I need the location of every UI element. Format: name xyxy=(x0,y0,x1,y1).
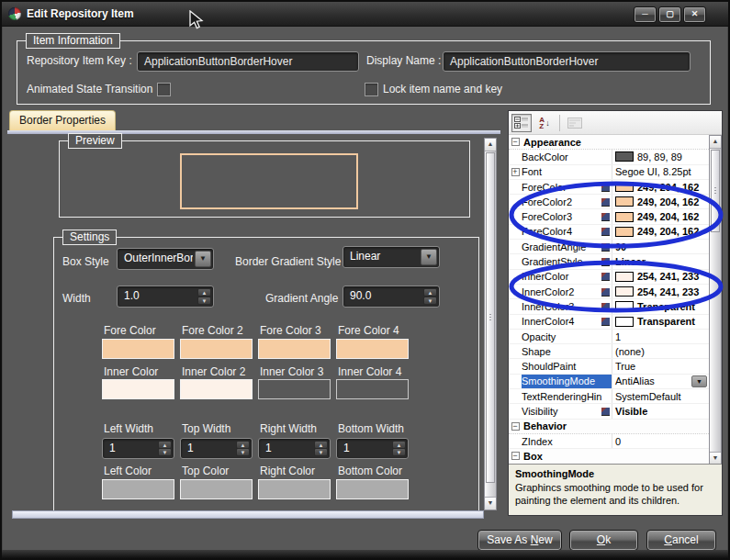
chevron-down-icon[interactable]: ▼ xyxy=(421,249,437,265)
grid-scrollbar-thumb[interactable] xyxy=(711,150,720,232)
save-as-new-button[interactable]: Save As New xyxy=(477,530,562,551)
property-value: 89, 89, 89 xyxy=(637,151,682,162)
side-width-stepper[interactable]: 1 ▲ ▼ xyxy=(102,438,174,459)
scroll-down-icon[interactable]: ▼ xyxy=(485,497,496,510)
spin-down-icon[interactable]: ▼ xyxy=(423,297,437,305)
item-information-group: Item Information Repository Item Key : A… xyxy=(17,40,711,105)
ok-button[interactable]: Ok xyxy=(569,530,638,551)
property-row[interactable]: Shape(none) xyxy=(509,344,709,359)
side-width-stepper[interactable]: 1 ▲ ▼ xyxy=(336,438,409,459)
side-width-stepper[interactable]: 1 ▲ ▼ xyxy=(258,438,331,459)
title-bar[interactable]: Edit Repository Item ─ ▢ ✕ xyxy=(2,2,728,27)
property-row[interactable]: InnerColor254, 241, 233 xyxy=(509,270,709,285)
panel-horizontal-scrollbar[interactable] xyxy=(12,510,484,519)
categorized-icon[interactable] xyxy=(511,114,532,132)
scroll-down-icon[interactable]: ▼ xyxy=(710,452,721,465)
spin-down-icon[interactable]: ▼ xyxy=(314,448,328,456)
property-row[interactable]: ForeColor249, 204, 162 xyxy=(509,180,709,195)
width-stepper[interactable]: 1.0 ▲ ▼ xyxy=(117,286,214,308)
property-row[interactable]: BackColor89, 89, 89 xyxy=(509,150,709,164)
panel-scrollbar-thumb[interactable] xyxy=(486,152,495,483)
property-row[interactable]: ZIndex0 xyxy=(509,434,709,449)
color-swatch[interactable] xyxy=(336,379,409,399)
color-swatch[interactable] xyxy=(258,379,331,399)
scroll-up-icon[interactable]: ▲ xyxy=(485,139,496,151)
border-gradient-style-dropdown[interactable]: Linear ▼ xyxy=(343,246,440,268)
property-value: (none) xyxy=(615,346,645,357)
panel-vertical-scrollbar[interactable]: ▲ ▼ xyxy=(484,138,497,510)
color-swatch[interactable] xyxy=(258,339,331,359)
property-name: ForeColor4 xyxy=(522,226,572,237)
chevron-down-icon[interactable]: ▼ xyxy=(195,251,211,267)
color-swatch[interactable] xyxy=(336,339,409,359)
cancel-button[interactable]: Cancel xyxy=(646,530,716,551)
property-state-icon xyxy=(601,288,610,296)
color-swatch[interactable] xyxy=(102,379,174,399)
collapse-icon[interactable]: − xyxy=(511,422,520,431)
property-row[interactable]: ForeColor2249, 204, 162 xyxy=(509,195,709,209)
grid-vertical-scrollbar[interactable]: ▲ ▼ xyxy=(709,135,722,465)
property-row[interactable]: ForeColor3249, 204, 162 xyxy=(509,209,709,224)
property-row[interactable]: InnerColor2254, 241, 233 xyxy=(509,285,709,299)
property-category-row[interactable]: −Box xyxy=(509,449,709,464)
color-swatch[interactable] xyxy=(336,479,409,499)
spin-down-icon[interactable]: ▼ xyxy=(197,297,211,305)
spin-down-icon[interactable]: ▼ xyxy=(158,448,172,456)
color-swatch[interactable] xyxy=(102,339,174,359)
spin-down-icon[interactable]: ▼ xyxy=(236,448,250,456)
color-swatch[interactable] xyxy=(180,379,253,399)
property-row[interactable]: VisibilityVisible xyxy=(509,404,709,419)
description-text: Graphincs smoothing mode to be used for … xyxy=(515,481,715,508)
box-style-dropdown[interactable]: OuterInnerBord ▼ xyxy=(117,248,214,270)
property-row[interactable]: +FontSegoe UI, 8.25pt xyxy=(509,165,709,180)
color-swatch[interactable] xyxy=(258,479,331,499)
lock-item-checkbox[interactable] xyxy=(365,83,378,96)
color-grid-label: Bottom Width xyxy=(338,422,404,435)
property-state-icon xyxy=(601,243,610,251)
expand-icon[interactable]: + xyxy=(511,168,520,176)
property-category-row[interactable]: −Behavior xyxy=(509,420,709,434)
alphabetical-sort-icon[interactable]: AZ ↓ xyxy=(534,114,555,132)
property-name: ShouldPaint xyxy=(522,361,576,372)
property-value: 1 xyxy=(615,331,621,342)
animated-state-transition-checkbox[interactable] xyxy=(157,83,171,96)
color-swatch[interactable] xyxy=(180,339,253,359)
color-grid-label: Inner Color 2 xyxy=(182,365,245,378)
edit-repository-item-dialog: Edit Repository Item ─ ▢ ✕ Item Informat… xyxy=(0,0,730,560)
minimize-button[interactable]: ─ xyxy=(634,6,657,23)
property-row[interactable]: GradientAngle90 xyxy=(509,240,709,254)
tab-border-properties[interactable]: Border Properties xyxy=(9,110,116,130)
preview-legend: Preview xyxy=(68,133,122,149)
spin-up-icon[interactable]: ▲ xyxy=(197,288,211,297)
property-category-row[interactable]: −Appearance xyxy=(509,135,709,150)
property-row[interactable]: TextRenderingHinSystemDefault xyxy=(509,389,709,404)
property-row[interactable]: ForeColor4249, 204, 162 xyxy=(509,225,709,240)
maximize-button[interactable]: ▢ xyxy=(658,6,681,23)
display-name-input[interactable]: ApplicationButtonBorderHover xyxy=(443,51,691,72)
property-state-icon xyxy=(601,273,610,280)
property-row[interactable]: InnerColor4Transparent xyxy=(509,315,709,330)
gradient-angle-stepper[interactable]: 90.0 ▲ ▼ xyxy=(343,286,440,308)
property-row[interactable]: ShouldPaintTrue xyxy=(509,359,709,374)
property-row[interactable]: InnerColor3Transparent xyxy=(509,299,709,314)
collapse-icon[interactable]: − xyxy=(511,452,520,460)
property-state-icon xyxy=(601,184,610,191)
spin-down-icon[interactable]: ▼ xyxy=(392,448,406,456)
close-button[interactable]: ✕ xyxy=(683,6,706,23)
property-row[interactable]: Opacity1 xyxy=(509,330,709,344)
collapse-icon[interactable]: − xyxy=(511,138,520,146)
color-grid-label: Bottom Color xyxy=(338,465,402,477)
property-row[interactable]: GradientStyleLinear xyxy=(509,254,709,269)
property-row[interactable]: SmoothingModeAntiAlias▼ xyxy=(509,375,709,389)
side-width-stepper[interactable]: 1 ▲ ▼ xyxy=(180,438,253,459)
scroll-up-icon[interactable]: ▲ xyxy=(710,136,721,149)
repository-item-key-input[interactable]: ApplicationButtonBorderHover xyxy=(137,51,359,72)
property-name: TextRenderingHin xyxy=(522,391,601,402)
chevron-down-icon[interactable]: ▼ xyxy=(691,375,707,387)
spin-up-icon[interactable]: ▲ xyxy=(423,288,437,297)
color-swatch[interactable] xyxy=(102,479,174,499)
color-swatch xyxy=(615,286,634,297)
color-swatch[interactable] xyxy=(180,479,253,499)
color-grid-label: Left Color xyxy=(104,465,152,477)
toolbar-separator xyxy=(559,115,560,131)
